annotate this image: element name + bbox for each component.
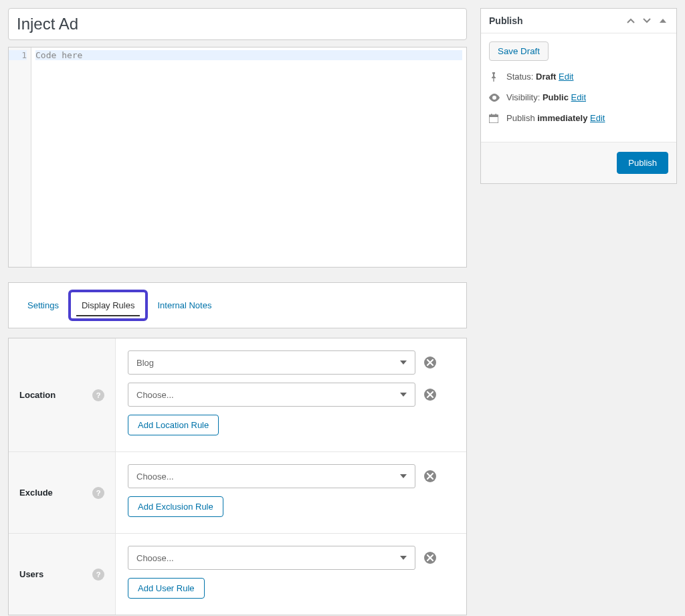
chevron-down-icon	[396, 550, 411, 565]
publish-box-title: Publish	[489, 15, 523, 26]
visibility-value: Public	[543, 92, 569, 102]
rule-body-exclude: Choose... Add Exclusion Rule	[116, 452, 466, 533]
visibility-edit-link[interactable]: Edit	[571, 92, 586, 102]
publish-box-header: Publish	[481, 9, 676, 33]
visibility-text: Visibility: Public Edit	[506, 92, 586, 102]
calendar-icon	[489, 114, 500, 123]
main-column: 1 Code here Settings Display Rules Inter…	[8, 8, 467, 615]
chevron-down-icon[interactable]	[642, 15, 652, 26]
save-draft-button[interactable]: Save Draft	[489, 41, 549, 61]
visibility-label: Visibility:	[506, 92, 543, 102]
publish-box-header-icons	[625, 15, 668, 26]
publish-box-body: Save Draft Status: Draft Edit Vi	[481, 33, 676, 142]
rule-row-location: Location ? Blog	[9, 338, 466, 452]
location-select-row-1: Choose...	[128, 383, 454, 407]
visibility-line: Visibility: Public Edit	[489, 92, 668, 102]
location-select-1-value: Choose...	[136, 390, 174, 400]
users-select-0-value: Choose...	[136, 553, 174, 563]
svg-rect-6	[489, 115, 498, 117]
rule-label-location-text: Location	[19, 390, 56, 400]
status-value: Draft	[536, 72, 556, 82]
exclude-select-0-value: Choose...	[136, 472, 174, 482]
collapse-icon[interactable]	[658, 15, 668, 26]
publish-box: Publish Save Draft	[480, 8, 677, 184]
help-icon[interactable]: ?	[92, 569, 104, 581]
location-select-0-value: Blog	[136, 358, 154, 368]
svg-rect-8	[496, 114, 497, 116]
schedule-line: Publish immediately Edit	[489, 113, 668, 123]
line-number-1: 1	[9, 50, 27, 60]
rule-label-exclude: Exclude ?	[9, 452, 116, 533]
tab-display-rules[interactable]: Display Rules	[72, 295, 144, 316]
schedule-value: immediately	[537, 113, 587, 123]
rule-label-users: Users ?	[9, 534, 116, 615]
users-select-row-0: Choose...	[128, 546, 454, 570]
sidebar: Publish Save Draft	[480, 8, 677, 184]
rule-row-users: Users ? Choose...	[9, 534, 466, 615]
remove-icon[interactable]	[423, 551, 437, 564]
location-select-1[interactable]: Choose...	[128, 383, 415, 407]
pin-icon	[489, 72, 500, 82]
publish-box-footer: Publish	[481, 142, 676, 183]
rule-label-exclude-text: Exclude	[19, 488, 53, 498]
eye-icon	[489, 94, 500, 102]
remove-icon[interactable]	[423, 470, 437, 483]
code-placeholder: Code here	[35, 50, 462, 60]
chevron-down-icon	[396, 469, 411, 484]
code-editor[interactable]: 1 Code here	[8, 47, 467, 268]
add-user-rule-button[interactable]: Add User Rule	[128, 578, 205, 599]
post-title-input[interactable]	[8, 8, 467, 40]
chevron-down-icon	[396, 355, 411, 370]
svg-rect-7	[491, 114, 492, 116]
status-line: Status: Draft Edit	[489, 72, 668, 82]
status-edit-link[interactable]: Edit	[559, 72, 573, 82]
schedule-label: Publish	[506, 113, 537, 123]
status-text: Status: Draft Edit	[506, 72, 573, 82]
chevron-down-icon	[396, 387, 411, 402]
tabs: Settings Display Rules Internal Notes	[18, 290, 457, 321]
location-select-0[interactable]: Blog	[128, 350, 415, 375]
rules-panel: Location ? Blog	[8, 338, 467, 615]
remove-icon[interactable]	[423, 356, 437, 369]
rule-body-location: Blog Choose...	[116, 338, 466, 451]
add-exclusion-rule-button[interactable]: Add Exclusion Rule	[128, 496, 223, 517]
exclude-select-row-0: Choose...	[128, 464, 454, 488]
help-icon[interactable]: ?	[92, 389, 104, 401]
title-wrap	[8, 8, 467, 40]
tab-internal-notes[interactable]: Internal Notes	[148, 295, 221, 316]
rule-row-exclude: Exclude ? Choose...	[9, 452, 466, 534]
code-gutter: 1	[9, 47, 31, 267]
chevron-up-icon[interactable]	[625, 15, 636, 26]
rule-label-location: Location ?	[9, 338, 116, 451]
rule-body-users: Choose... Add User Rule	[116, 534, 466, 615]
schedule-edit-link[interactable]: Edit	[590, 113, 605, 123]
svg-rect-4	[493, 78, 494, 82]
tab-display-rules-highlight: Display Rules	[68, 290, 148, 321]
publish-button[interactable]: Publish	[617, 152, 668, 174]
status-label: Status:	[506, 72, 536, 82]
tab-settings[interactable]: Settings	[18, 295, 68, 316]
add-location-rule-button[interactable]: Add Location Rule	[128, 415, 219, 435]
help-icon[interactable]: ?	[92, 487, 104, 499]
location-select-row-0: Blog	[128, 350, 454, 375]
remove-icon[interactable]	[423, 388, 437, 401]
code-body[interactable]: Code here	[31, 47, 466, 267]
rule-label-users-text: Users	[19, 569, 43, 579]
tabs-box: Settings Display Rules Internal Notes	[8, 282, 467, 328]
schedule-text: Publish immediately Edit	[506, 113, 605, 123]
exclude-select-0[interactable]: Choose...	[128, 464, 415, 488]
users-select-0[interactable]: Choose...	[128, 546, 415, 570]
